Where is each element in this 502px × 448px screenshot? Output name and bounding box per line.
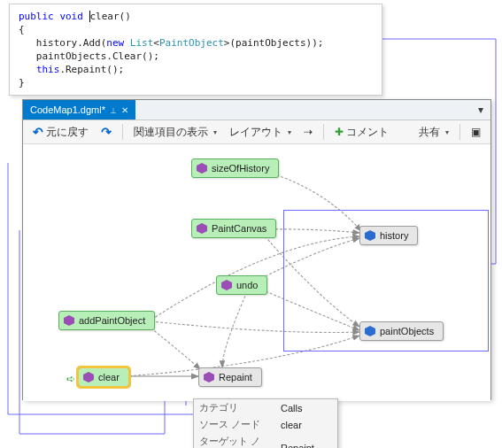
undo-button[interactable]: ↶元に戻す — [28, 123, 93, 142]
codemap-window: CodeMap1.dgml* ⟂ ✕ ▾ ↶元に戻す ↶ 関連項目の表示 レイア… — [22, 99, 491, 400]
fit-view-button[interactable]: ▣ — [467, 124, 485, 140]
graph-canvas[interactable]: sizeOfHistory history PaintCanvas undo a… — [23, 144, 490, 401]
tab-bar: CodeMap1.dgml* ⟂ ✕ ▾ — [23, 100, 490, 120]
fit-icon: ▣ — [471, 126, 481, 138]
close-icon[interactable]: ✕ — [121, 105, 128, 115]
start-arrow-icon: ➪ — [66, 373, 75, 385]
toolbar: ↶元に戻す ↶ 関連項目の表示 レイアウト ⇢ ✚コメント 共有 ▣ — [23, 120, 490, 144]
filter-button[interactable]: ⇢ — [299, 124, 317, 140]
tab-title: CodeMap1.dgml* — [30, 104, 105, 115]
layout-dropdown[interactable]: レイアウト — [225, 123, 296, 142]
tab-codemap[interactable]: CodeMap1.dgml* ⟂ ✕ — [23, 100, 135, 120]
node-sizeOfHistory[interactable]: sizeOfHistory — [191, 158, 279, 178]
node-paintObjects[interactable]: paintObjects — [359, 321, 444, 341]
node-history[interactable]: history — [359, 226, 418, 245]
node-clear[interactable]: ➪ clear — [78, 367, 129, 387]
node-addPaintObject[interactable]: addPaintObject — [58, 311, 155, 330]
tab-overflow-icon[interactable]: ▾ — [471, 100, 490, 120]
redo-button[interactable]: ↶ — [97, 123, 116, 141]
undo-icon: ↶ — [33, 125, 43, 139]
plus-icon: ✚ — [335, 126, 344, 138]
edge-tooltip: カテゴリCalls ソース ノードclear ターゲット ノードRepaint — [193, 398, 338, 448]
pin-icon[interactable]: ⟂ — [111, 105, 116, 115]
node-Repaint[interactable]: Repaint — [198, 367, 262, 387]
show-related-dropdown[interactable]: 関連項目の表示 — [129, 123, 221, 142]
node-PaintCanvas[interactable]: PaintCanvas — [191, 219, 276, 238]
code-editor: public void clear() { history.Add(new Li… — [9, 4, 382, 96]
filter-icon: ⇢ — [304, 126, 313, 138]
share-dropdown[interactable]: 共有 — [414, 123, 453, 142]
redo-icon: ↶ — [101, 125, 112, 139]
node-undo[interactable]: undo — [216, 275, 267, 295]
comment-button[interactable]: ✚コメント — [330, 123, 393, 142]
